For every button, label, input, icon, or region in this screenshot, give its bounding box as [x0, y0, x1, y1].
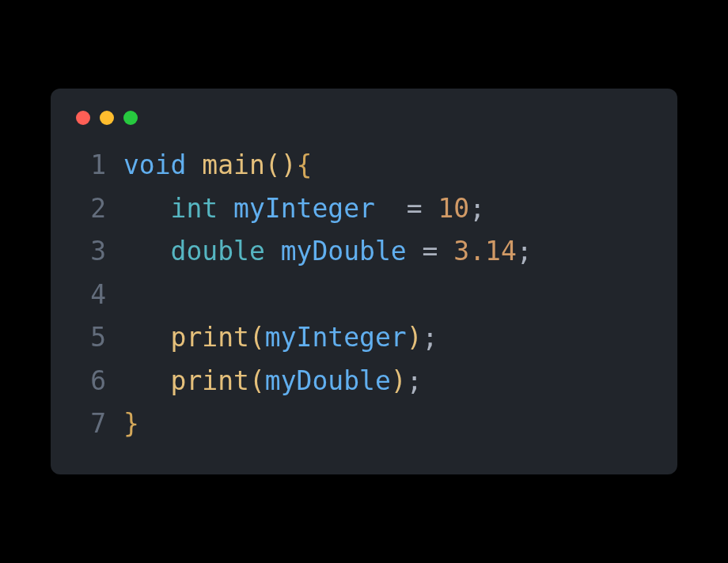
open-paren: ( — [249, 322, 265, 353]
function-call: print — [171, 322, 249, 353]
variable: myDouble — [281, 236, 407, 266]
line-number: 3 — [76, 230, 106, 273]
code-line: 6 print(myDouble); — [76, 360, 652, 402]
type-int: int — [171, 193, 218, 224]
close-icon[interactable] — [76, 111, 90, 125]
code-content: } — [123, 402, 139, 445]
code-line: 3 double myDouble = 3.14; — [76, 230, 652, 273]
semicolon: ; — [423, 322, 438, 353]
close-paren: ) — [391, 365, 407, 396]
maximize-icon[interactable] — [123, 111, 138, 125]
code-line: 2 int myInteger = 10; — [76, 187, 652, 230]
semicolon: ; — [407, 365, 423, 396]
code-content: int myInteger = 10; — [123, 187, 485, 230]
code-content: print(myDouble); — [123, 360, 423, 402]
line-number: 6 — [76, 360, 106, 402]
close-brace: } — [123, 408, 139, 439]
variable: myInteger — [233, 193, 375, 224]
parens: () — [265, 149, 297, 180]
type-double: double — [171, 236, 265, 266]
code-line: 4 — [76, 274, 652, 316]
open-brace: { — [297, 149, 313, 180]
code-content: void main(){ — [123, 144, 312, 187]
variable: myInteger — [265, 322, 407, 353]
equals-operator: = — [423, 236, 438, 266]
minimize-icon[interactable] — [100, 111, 114, 125]
number-literal: 3.14 — [453, 236, 516, 266]
line-number: 5 — [76, 316, 106, 359]
equals-operator: = — [407, 193, 423, 224]
code-editor-window: 1 void main(){ 2 int myInteger = 10; 3 d… — [51, 89, 677, 474]
line-number: 4 — [76, 274, 106, 316]
line-number: 2 — [76, 187, 106, 230]
function-call: print — [171, 365, 249, 396]
line-number: 1 — [76, 144, 106, 187]
code-line: 1 void main(){ — [76, 144, 652, 187]
semicolon: ; — [469, 193, 485, 224]
code-line: 7 } — [76, 402, 652, 445]
code-block: 1 void main(){ 2 int myInteger = 10; 3 d… — [76, 144, 652, 445]
semicolon: ; — [517, 236, 533, 266]
code-content — [123, 274, 139, 316]
code-content: print(myInteger); — [123, 316, 438, 359]
line-number: 7 — [76, 402, 106, 445]
close-paren: ) — [407, 322, 423, 353]
keyword-void: void — [123, 149, 186, 180]
code-content: double myDouble = 3.14; — [123, 230, 533, 273]
number-literal: 10 — [438, 193, 469, 224]
variable: myDouble — [265, 365, 391, 396]
function-name: main — [202, 149, 264, 180]
open-paren: ( — [249, 365, 265, 396]
code-line: 5 print(myInteger); — [76, 316, 652, 359]
window-titlebar — [76, 111, 652, 125]
